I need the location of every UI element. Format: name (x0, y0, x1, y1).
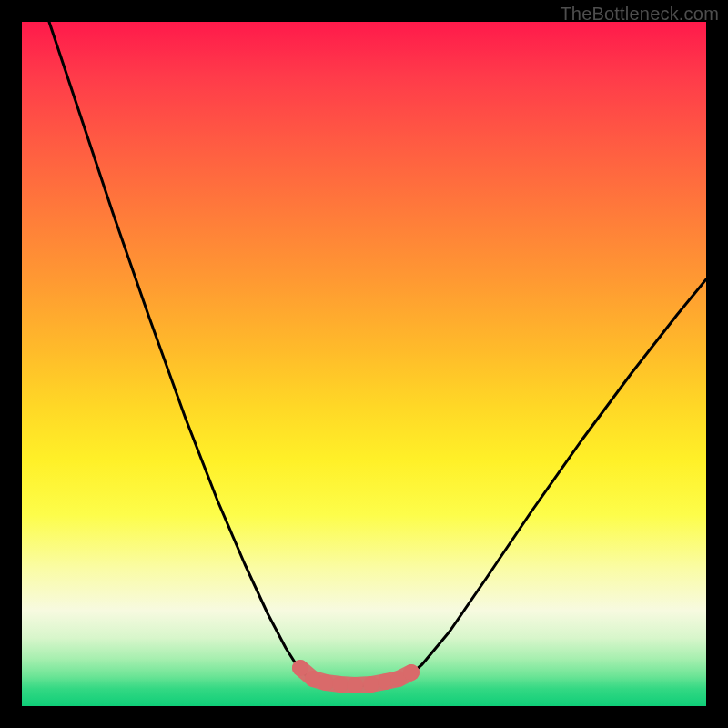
plot-area (22, 22, 706, 706)
valley-marker-dot (292, 660, 308, 676)
valley-marker-dot (332, 676, 349, 693)
watermark-text: TheBottleneck.com (560, 4, 719, 25)
curve-group (49, 22, 706, 686)
marker-group (292, 660, 420, 693)
valley-marker-dot (347, 677, 363, 693)
valley-marker-dot (403, 664, 420, 681)
chart-svg (22, 22, 706, 706)
valley-marker-dot (363, 676, 379, 693)
valley-marker-dot (318, 674, 334, 691)
bottleneck-curve (49, 22, 706, 686)
